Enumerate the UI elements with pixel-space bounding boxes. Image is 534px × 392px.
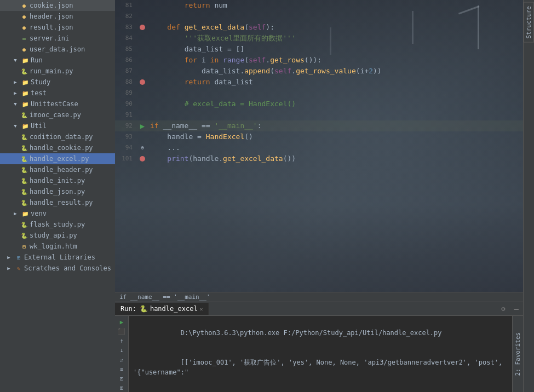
arrow-right-icon: ▶ — [4, 253, 13, 262]
favorites-sidebar: 2: Favorites — [512, 316, 523, 392]
code-line-82: 82 — [115, 11, 523, 22]
sidebar-item-wk-login-htm[interactable]: ⊞ wk_login.htm — [0, 241, 115, 252]
sidebar-item-util-folder[interactable]: ▼ 📁 Util — [0, 120, 115, 131]
py-icon: 🐍 — [20, 111, 28, 119]
sidebar-item-scratches[interactable]: ▶ ✎ Scratches and Consoles — [0, 263, 115, 274]
scroll-down-button[interactable]: ↓ — [116, 347, 127, 354]
scratches-icon: ✎ — [14, 264, 23, 273]
code-line-92: 92 ▶ if __name__ == '__main__': — [115, 120, 523, 131]
code-line-85: 85 data_list = [] — [115, 44, 523, 55]
run-icon: 🐍 — [140, 305, 148, 313]
file-tree: ● cookie.json ● header.json ● result.jso… — [0, 0, 115, 392]
sidebar-item-venv-folder[interactable]: ▶ 📁 venv — [0, 208, 115, 219]
arrow-down-icon: ▼ — [11, 100, 20, 108]
code-line-101: 101 print(handle.get_excel_data()) — [115, 153, 523, 164]
arrow-right-icon: ▶ — [11, 78, 20, 87]
structure-label[interactable]: Structure — [524, 2, 534, 43]
code-line-87: 87 data_list.append(self.get_rows_value(… — [115, 66, 523, 77]
run-button[interactable]: ▶ — [116, 318, 127, 326]
structure-sidebar: Structure — [523, 0, 534, 392]
libs-icon: ⊞ — [14, 253, 23, 262]
run-indicator: ▶ — [140, 120, 145, 131]
sidebar-item-external-libs[interactable]: ▶ ⊞ External Libraries — [0, 252, 115, 263]
code-line-93: 93 handle = HandExcel() — [115, 131, 523, 142]
py-icon: 🐍 — [20, 187, 28, 196]
output-path-line: D:\Python3.6.3\python.exe F:/Python/Stud… — [133, 318, 508, 348]
code-line-94: 94 ⊕ ... — [115, 142, 523, 153]
sidebar-item-user-data-json[interactable]: ● user_data.json — [0, 44, 115, 55]
settings-icon[interactable]: ⚙ — [497, 303, 509, 315]
run-tabs: Run: 🐍 handle_excel ✕ ⚙ — — [115, 302, 523, 316]
run-output: D:\Python3.6.3\python.exe F:/Python/Stud… — [129, 316, 512, 392]
clear-button[interactable]: ⊡ — [116, 375, 127, 383]
py-icon: 🐍 — [20, 231, 28, 240]
code-line-91: 91 — [115, 109, 523, 120]
minimize-icon[interactable]: — — [510, 302, 523, 315]
stop-button[interactable]: ⬛ — [116, 327, 127, 335]
sidebar-item-handle-excel-py[interactable]: 🐍 handle_excel.py — [0, 153, 115, 164]
sidebar-item-study-folder[interactable]: ▶ 📁 Study — [0, 77, 115, 88]
sidebar-item-header-json[interactable]: ● header.json — [0, 11, 115, 22]
code-line-86: 86 for i in range(self.get_rows()): — [115, 55, 523, 66]
py-icon: 🐍 — [20, 220, 28, 229]
sidebar-item-server-ini[interactable]: ▬ server.ini — [0, 33, 115, 44]
tab-close-icon[interactable]: ✕ — [200, 306, 203, 312]
sidebar-item-handle-json-py[interactable]: 🐍 handle_json.py — [0, 186, 115, 197]
print-button[interactable]: ⊞ — [116, 384, 127, 392]
code-lines: 81 return num 82 83 def get_excel_data(s… — [115, 0, 523, 164]
htm-icon: ⊞ — [20, 242, 28, 251]
sidebar-item-handle-init-py[interactable]: 🐍 handle_init.py — [0, 175, 115, 186]
py-icon: 🐍 — [20, 67, 28, 76]
sidebar-item-handle-header-py[interactable]: 🐍 handle_header.py — [0, 164, 115, 175]
py-icon: 🐍 — [20, 132, 28, 141]
sidebar-item-codition-data-py[interactable]: 🐍 codition_data.py — [0, 131, 115, 142]
sidebar-item-handle-result-py[interactable]: 🐍 handle_result.py — [0, 197, 115, 208]
scroll-up-button[interactable]: ↑ — [116, 337, 127, 345]
json-icon: ● — [20, 45, 28, 54]
run-file: handle_excel — [150, 305, 198, 313]
arrow-down-icon: ▼ — [11, 56, 20, 65]
sidebar-item-test-folder[interactable]: ▶ 📁 test — [0, 88, 115, 99]
json-icon: ● — [20, 1, 28, 10]
folder-icon: 📁 — [21, 209, 30, 218]
folder-icon: 📁 — [21, 89, 30, 97]
output-data-line: [['imooc_001', '获取广告位', 'yes', None, Non… — [133, 348, 508, 387]
code-line-84: 84 '''获取excel里面所有的数据''' — [115, 33, 523, 44]
arrow-right-icon: ▶ — [11, 209, 20, 218]
sidebar-item-cookie-json[interactable]: ● cookie.json — [0, 0, 115, 11]
py-icon: 🐍 — [20, 154, 28, 163]
favorites-label[interactable]: 2: Favorites — [513, 330, 522, 378]
run-content-area: ▶ ⬛ ↑ ↓ ⇌ ≡ ⊡ ⊞ D:\Python3.6.3\python.ex… — [115, 316, 523, 392]
json-icon: ● — [20, 12, 28, 21]
arrow-down-icon: ▼ — [11, 122, 20, 130]
filter-button[interactable]: ≡ — [116, 365, 127, 373]
folder-icon: 📁 — [21, 122, 30, 130]
fold-icon[interactable]: ⊕ — [141, 142, 144, 153]
sidebar-item-imooc-case-py[interactable]: 🐍 imooc_case.py — [0, 109, 115, 120]
run-label: Run: — [120, 305, 136, 313]
run-panel: Run: 🐍 handle_excel ✕ ⚙ — ▶ ⬛ ↑ ↓ ⇌ ≡ — [115, 302, 523, 392]
code-line-89: 89 — [115, 88, 523, 99]
run-tab[interactable]: Run: 🐍 handle_excel ✕ — [115, 303, 209, 315]
main-container: ● cookie.json ● header.json ● result.jso… — [0, 0, 534, 392]
folder-icon: 📁 — [21, 78, 30, 87]
sidebar-item-handle-cookie-py[interactable]: 🐍 handle_cookie.py — [0, 142, 115, 153]
json-icon: ● — [20, 23, 28, 32]
ini-icon: ▬ — [20, 34, 28, 43]
py-icon: 🐍 — [20, 143, 28, 152]
sidebar-item-unittest-folder[interactable]: ▼ 📁 UnittestCase — [0, 99, 115, 109]
code-editor[interactable]: 81 return num 82 83 def get_excel_data(s… — [115, 0, 523, 292]
output-blank — [133, 387, 508, 392]
code-line-88: 88 return data_list — [115, 77, 523, 88]
py-icon: 🐍 — [20, 198, 28, 207]
sidebar-item-study-api-py[interactable]: 🐍 study_api.py — [0, 230, 115, 241]
sidebar-item-result-json[interactable]: ● result.json — [0, 22, 115, 33]
code-line-83: 83 def get_excel_data(self): — [115, 22, 523, 33]
py-icon: 🐍 — [20, 176, 28, 185]
sidebar-item-run-main-py[interactable]: 🐍 run_main.py — [0, 66, 115, 77]
code-line-81: 81 return num — [115, 0, 523, 11]
sidebar-item-run-folder[interactable]: ▼ 📁 Run — [0, 55, 115, 66]
sidebar-item-flask-study-py[interactable]: 🐍 flask_study.py — [0, 219, 115, 230]
wrap-button[interactable]: ⇌ — [116, 356, 127, 364]
code-status-bar: if __name__ == '__main__' — [115, 292, 523, 302]
